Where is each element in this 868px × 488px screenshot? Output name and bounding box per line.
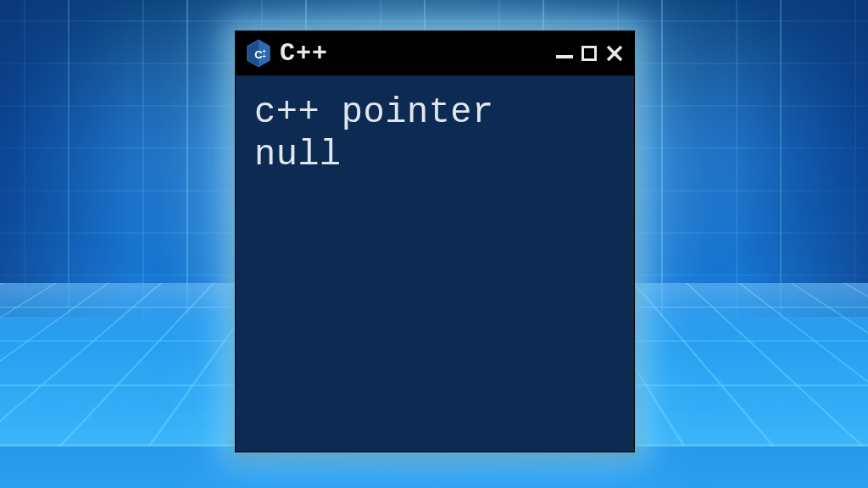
close-icon (605, 44, 624, 63)
svg-text:+: + (263, 53, 266, 59)
window-title: C++ (280, 39, 548, 68)
maximize-button[interactable] (581, 46, 597, 61)
close-button[interactable] (605, 44, 624, 63)
window-controls (556, 44, 624, 63)
cpp-logo-icon: C + + (246, 39, 271, 68)
titlebar[interactable]: C + + C++ (236, 31, 634, 75)
terminal-window: C + + C++ c++ pointer null (235, 30, 635, 452)
terminal-content: c++ pointer null (236, 75, 634, 193)
minimize-button[interactable] (556, 48, 573, 58)
